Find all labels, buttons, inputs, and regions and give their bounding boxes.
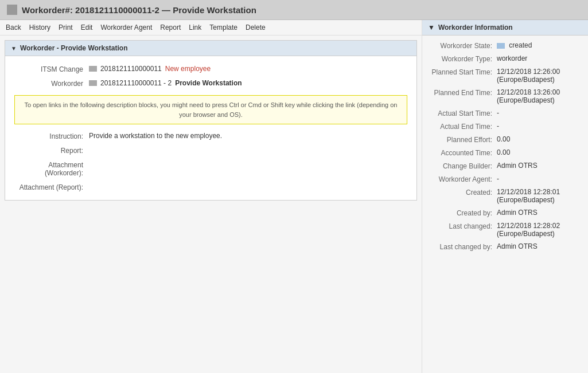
right-collapse-arrow[interactable]: ▼ <box>428 23 435 32</box>
right-panel: ▼ Workorder Information Workorder State:… <box>422 20 588 373</box>
accounted-time-value: 0.00 <box>497 148 582 156</box>
notice-text: To open links in the following descripti… <box>25 101 398 118</box>
itsm-change-id: 2018121110000011 <box>100 65 162 73</box>
section-header: ▼ Workorder - Provide Workstation <box>5 41 416 56</box>
created-value: 12/12/2018 12:28:01 (Europe/Budapest) <box>497 188 582 204</box>
type-row: Workorder Type: workorder <box>422 52 588 65</box>
actual-end-row: Actual End Time: - <box>422 120 588 133</box>
main-content: Back History Print Edit Workorder Agent … <box>0 20 588 373</box>
actual-end-label: Actual End Time: <box>428 122 497 131</box>
last-changed-by-label: Last changed by: <box>428 242 497 251</box>
planned-end-label: Planned End Time: <box>428 88 497 97</box>
page-wrapper: Workorder#: 2018121110000011-2 — Provide… <box>0 0 588 373</box>
change-builder-value: Admin OTRS <box>497 162 582 170</box>
created-by-label: Created by: <box>428 209 497 217</box>
state-row: Workorder State: created <box>422 39 588 52</box>
state-value: created <box>497 41 582 49</box>
right-section-header: ▼ Workorder Information <box>422 20 588 36</box>
type-value: workorder <box>497 54 582 62</box>
workorder-agent-value: - <box>497 175 582 183</box>
planned-effort-label: Planned Effort: <box>428 135 497 144</box>
history-button[interactable]: History <box>29 23 50 32</box>
accounted-time-row: Accounted Time: 0.00 <box>422 146 588 159</box>
planned-effort-value: 0.00 <box>497 135 582 143</box>
attachment-report-label: Attachment (Report): <box>14 183 89 191</box>
workorder-agent-row: Workorder Agent: - <box>422 172 588 186</box>
created-label: Created: <box>428 188 497 197</box>
itsm-change-row: ITSM Change 2018121110000011 New employe… <box>5 62 416 76</box>
actual-end-value: - <box>497 122 582 130</box>
page-title: Workorder#: 2018121110000011-2 — Provide… <box>22 5 256 15</box>
type-label: Workorder Type: <box>428 54 497 63</box>
created-by-value: Admin OTRS <box>497 209 582 217</box>
workorder-row-icon <box>89 80 97 86</box>
instruction-value: Provide a workstation to the new employe… <box>89 132 407 140</box>
created-by-row: Created by: Admin OTRS <box>422 206 588 219</box>
state-label: Workorder State: <box>428 41 497 50</box>
workorder-title: Provide Workstation <box>175 79 242 87</box>
sidebar-title: Workorder Information <box>438 23 513 32</box>
planned-end-value: 12/12/2018 13:26:00 (Europe/Budapest) <box>497 88 582 104</box>
itsm-change-value: 2018121110000011 New employee <box>89 65 407 73</box>
left-panel: Back History Print Edit Workorder Agent … <box>0 20 422 373</box>
report-label: Report: <box>14 146 89 155</box>
state-icon <box>497 43 505 49</box>
report-button[interactable]: Report <box>160 23 181 32</box>
attachment-workorder-label: Attachment (Workorder): <box>14 160 89 177</box>
last-changed-by-value: Admin OTRS <box>497 242 582 250</box>
workorder-section: ▼ Workorder - Provide Workstation ITSM C… <box>5 40 417 201</box>
itsm-change-icon <box>89 66 97 72</box>
planned-start-label: Planned Start Time: <box>428 68 497 76</box>
instruction-label: Instruction: <box>14 132 89 140</box>
last-changed-value: 12/12/2018 12:28:02 (Europe/Budapest) <box>497 222 582 238</box>
last-changed-by-row: Last changed by: Admin OTRS <box>422 240 588 253</box>
section-title: Workorder - Provide Workstation <box>20 44 128 52</box>
workorder-agent-button[interactable]: Workorder Agent <box>100 23 152 32</box>
toolbar: Back History Print Edit Workorder Agent … <box>0 20 422 36</box>
workorder-row: Workorder 2018121110000011 - 2 Provide W… <box>5 76 416 91</box>
planned-start-value: 12/12/2018 12:26:00 (Europe/Budapest) <box>497 68 582 84</box>
change-builder-label: Change Builder: <box>428 162 497 170</box>
accounted-time-label: Accounted Time: <box>428 148 497 157</box>
workorder-agent-label: Workorder Agent: <box>428 175 497 183</box>
itsm-change-link[interactable]: New employee <box>165 65 211 73</box>
planned-effort-row: Planned Effort: 0.00 <box>422 133 588 146</box>
actual-start-value: - <box>497 109 582 117</box>
report-row: Report: <box>5 143 416 158</box>
link-button[interactable]: Link <box>189 23 201 32</box>
instruction-row: Instruction: Provide a workstation to th… <box>5 129 416 143</box>
template-button[interactable]: Template <box>209 23 237 32</box>
created-row: Created: 12/12/2018 12:28:01 (Europe/Bud… <box>422 186 588 206</box>
notice-box: To open links in the following descripti… <box>14 95 407 124</box>
workorder-label: Workorder <box>14 79 89 88</box>
workorder-icon <box>7 5 17 15</box>
section-body: ITSM Change 2018121110000011 New employe… <box>5 56 416 200</box>
actual-start-row: Actual Start Time: - <box>422 107 588 120</box>
itsm-change-label: ITSM Change <box>14 65 89 73</box>
print-button[interactable]: Print <box>59 23 73 32</box>
edit-button[interactable]: Edit <box>81 23 93 32</box>
planned-end-row: Planned End Time: 12/12/2018 13:26:00 (E… <box>422 86 588 107</box>
attachment-report-row: Attachment (Report): <box>5 180 416 194</box>
last-changed-row: Last changed: 12/12/2018 12:28:02 (Europ… <box>422 219 588 240</box>
back-button[interactable]: Back <box>6 23 21 32</box>
actual-start-label: Actual Start Time: <box>428 109 497 117</box>
right-fields: Workorder State: created Workorder Type:… <box>422 36 588 257</box>
last-changed-label: Last changed: <box>428 222 497 230</box>
collapse-arrow[interactable]: ▼ <box>11 45 17 52</box>
page-header: Workorder#: 2018121110000011-2 — Provide… <box>0 0 588 20</box>
attachment-workorder-row: Attachment (Workorder): <box>5 158 416 180</box>
change-builder-row: Change Builder: Admin OTRS <box>422 159 588 172</box>
planned-start-row: Planned Start Time: 12/12/2018 12:26:00 … <box>422 65 588 86</box>
delete-button[interactable]: Delete <box>246 23 266 32</box>
workorder-value: 2018121110000011 - 2 Provide Workstation <box>89 79 407 87</box>
workorder-id: 2018121110000011 - 2 <box>100 79 172 87</box>
